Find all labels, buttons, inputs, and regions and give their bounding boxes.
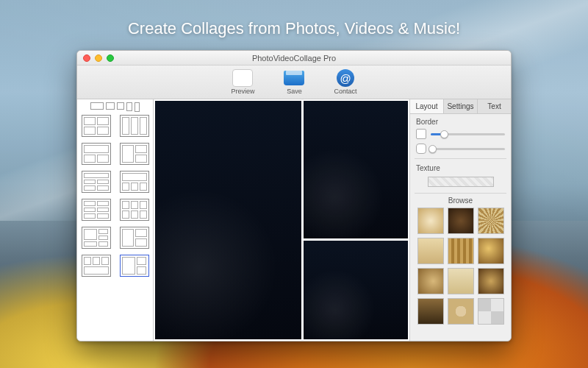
window-controls [83,54,114,62]
texture-parchment-center[interactable] [417,208,444,234]
templates-panel [77,99,154,341]
border-square-icon [416,129,426,139]
app-window: PhotoVideoCollage Pro Preview Save @ Con… [76,50,512,342]
collage-canvas[interactable] [154,99,409,341]
template-10[interactable] [120,227,149,249]
aspect-1-1[interactable] [117,102,124,110]
preview-button[interactable]: Preview [231,69,254,95]
template-7[interactable] [82,199,111,221]
sidebar: Layout Settings Text Border [409,99,511,341]
tab-layout[interactable]: Layout [410,99,444,113]
border-width-row [410,127,511,142]
aspect-16-9[interactable] [90,102,104,110]
template-5[interactable] [82,171,111,193]
contact-label: Contact [334,88,356,95]
texture-canvas-dots[interactable] [448,298,474,325]
aspect-4-3[interactable] [106,102,115,110]
template-2[interactable] [120,115,149,137]
texture-wood-stripes[interactable] [448,238,474,264]
texture-sunburst[interactable] [478,208,504,234]
contact-button[interactable]: @ Contact [334,69,356,95]
texture-vignette-brown[interactable] [448,208,474,234]
canvas-cell-top-right[interactable] [304,101,408,238]
divider [415,193,506,194]
texture-paper-tan[interactable] [417,238,444,264]
template-grid [82,115,149,277]
aspect-3-4[interactable] [126,102,132,111]
minimize-button[interactable] [95,54,102,62]
template-3[interactable] [82,143,111,165]
preview-label: Preview [231,88,254,95]
texture-grunge-gold[interactable] [478,238,504,264]
preview-icon [232,69,253,87]
border-heading: Border [410,114,511,127]
promo-tagline: Create Collages from Photos, Videos & Mu… [0,19,588,38]
template-1[interactable] [82,115,111,137]
folder-icon [284,71,304,85]
texture-film-sepia[interactable] [417,298,444,325]
close-button[interactable] [83,54,90,62]
toolbar: Preview Save @ Contact [77,66,511,99]
texture-checker[interactable] [478,298,504,325]
texture-heading: Texture [410,160,511,174]
at-icon: @ [337,69,354,87]
tab-settings[interactable]: Settings [444,99,478,113]
zoom-button[interactable] [107,54,114,62]
desktop-wallpaper: Create Collages from Photos, Videos & Mu… [0,0,588,368]
border-corner-slider[interactable] [431,148,505,150]
aspect-9-16[interactable] [135,102,140,112]
template-6[interactable] [120,171,149,193]
template-12[interactable] [120,255,149,277]
border-rounded-icon [416,144,426,154]
titlebar: PhotoVideoCollage Pro [77,51,511,66]
texture-stained[interactable] [417,268,444,294]
template-4[interactable] [120,143,149,165]
template-8[interactable] [120,199,149,221]
tab-text[interactable]: Text [478,99,511,113]
browse-heading: Browse [410,195,511,208]
save-button[interactable]: Save [284,69,304,95]
border-corner-row [410,142,511,157]
canvas-cell-main[interactable] [155,101,301,339]
texture-burnt[interactable] [478,268,504,294]
border-width-slider[interactable] [431,133,505,135]
texture-aged-paper[interactable] [448,268,474,294]
sidebar-tabs: Layout Settings Text [410,99,511,114]
texture-grid [410,208,511,329]
template-9[interactable] [82,227,111,249]
texture-current-swatch[interactable] [428,177,494,187]
canvas-cell-bottom-right[interactable] [304,241,408,339]
aspect-ratio-row [90,102,140,112]
save-label: Save [287,88,302,95]
window-body: Layout Settings Text Border [77,99,511,341]
divider [415,158,506,159]
window-title: PhotoVideoCollage Pro [77,54,511,63]
template-11[interactable] [82,255,111,277]
